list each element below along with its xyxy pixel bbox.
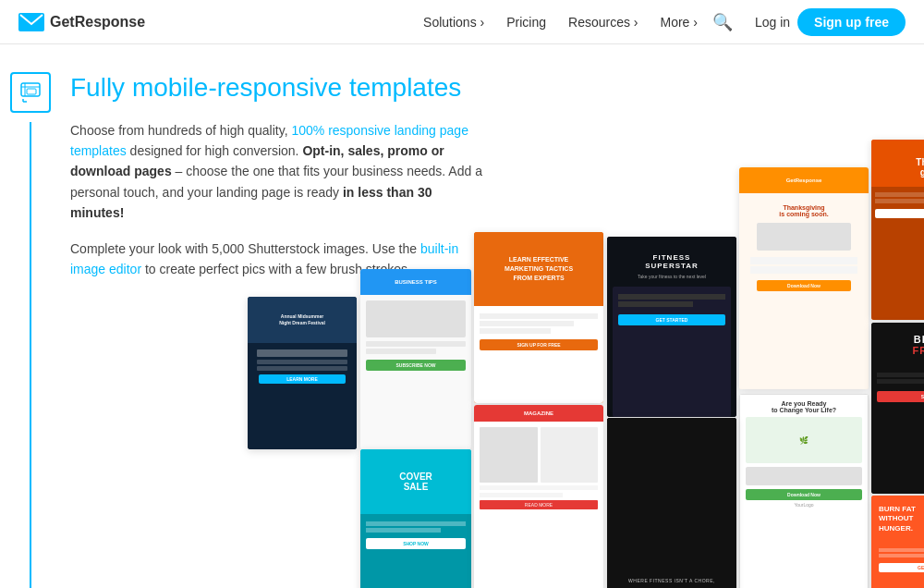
template-business-tips[interactable]: BUSINESS TIPS SUBSCRIBE NOW xyxy=(360,269,471,449)
template-cover-sale[interactable]: COVERSALE SHOP NOW xyxy=(360,449,471,588)
template-icon xyxy=(19,81,42,104)
nav-item-more[interactable]: More › xyxy=(660,14,697,31)
template-burn-fat[interactable]: BURN FATWITHOUTHUNGER. GET STARTED xyxy=(871,496,924,588)
nav-links: Solutions › Pricing Resources › More › xyxy=(423,14,698,31)
logo[interactable]: GetResponse xyxy=(18,13,145,31)
template-happy-thanksgiving[interactable]: Happy Thanks-giving xyxy=(871,140,924,320)
feature-icon xyxy=(10,72,51,113)
template-change-your-life[interactable]: Are you Readyto Change Your Life? 🌿 Down… xyxy=(739,394,869,588)
navbar: GetResponse Solutions › Pricing Resource… xyxy=(0,0,924,44)
template-thanksgiving-coming[interactable]: GetResponse Thanksgivingis coming soon. … xyxy=(739,167,869,389)
template-fitness-superstar[interactable]: FITNESS SUPERSTAR Take your fitness to t… xyxy=(607,237,736,417)
vertical-line xyxy=(30,122,31,588)
template-grid: Annual MidsummerNight Dream Festival LEA… xyxy=(240,89,924,588)
sidebar-indicator xyxy=(0,44,61,588)
svg-rect-4 xyxy=(27,89,36,94)
template-annual-festival[interactable]: Annual MidsummerNight Dream Festival LEA… xyxy=(248,297,357,449)
logo-text: GetResponse xyxy=(50,14,145,31)
template-magazine[interactable]: MAGAZINE READ MORE xyxy=(474,405,603,588)
nav-item-pricing[interactable]: Pricing xyxy=(506,14,546,31)
login-button[interactable]: Log in xyxy=(748,15,797,30)
search-icon[interactable]: 🔍 xyxy=(712,12,733,32)
main-content: Fully mobile-responsive templates Choose… xyxy=(0,44,924,588)
logo-icon xyxy=(18,13,44,31)
templates-collage: Annual MidsummerNight Dream Festival LEA… xyxy=(240,89,924,588)
nav-item-resources[interactable]: Resources › xyxy=(568,14,638,31)
signup-button[interactable]: Sign up free xyxy=(797,8,906,36)
nav-item-solutions[interactable]: Solutions › xyxy=(423,14,484,31)
template-marketing-tactics[interactable]: LEARN EFFECTIVEMARKETING TACTICSFROM EXP… xyxy=(474,232,603,403)
template-black-friday[interactable]: BLACK FRIDAY SHOP NOW xyxy=(871,323,924,494)
template-fitness-obsession[interactable]: WHERE FITNESS ISN'T A CHORE, IT'S AN OBS… xyxy=(607,418,736,588)
